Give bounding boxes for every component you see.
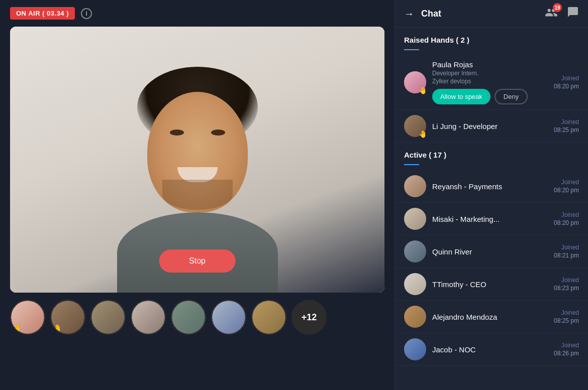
joined-label: Joined <box>554 342 579 349</box>
back-arrow-icon[interactable]: → <box>404 8 414 20</box>
join-time: 08:20 pm <box>554 219 579 226</box>
on-air-badge: ON AIR ( 03.34 ) <box>10 7 75 20</box>
participant-role2: Zylker devlops <box>432 78 548 85</box>
right-panel: → Chat 19 Raised Hands ( 2 ) 🤚 Paula Roj… <box>395 0 588 390</box>
avatar-ttimothy <box>404 273 426 295</box>
join-time: 08:23 pm <box>554 285 579 292</box>
eye-left <box>170 129 184 136</box>
participant-meta-jacob: Joined 08:26 pm <box>554 342 579 357</box>
active-divider <box>404 164 419 165</box>
participant-name: TTimothy - CEO <box>432 280 548 289</box>
participants-list: Raised Hands ( 2 ) 🤚 Paula Rojas Develop… <box>395 28 588 390</box>
joined-label: Joined <box>554 309 579 316</box>
joined-label: Joined <box>554 244 579 251</box>
participant-info-reyansh: Reyansh - Payments <box>432 182 548 191</box>
participant-item: 🤚 Li Jung - Developer Joined 08:25 pm <box>395 110 588 143</box>
participant-info-quinn: Quinn River <box>432 247 548 256</box>
participant-info-alejandro: Alejandro Mendoza <box>432 313 548 321</box>
participant-item: TTimothy - CEO Joined 08:23 pm <box>395 268 588 301</box>
chat-icon <box>567 6 579 18</box>
hand-badge-1: 🤚 <box>12 325 22 333</box>
active-header: Active ( 17 ) <box>395 143 588 162</box>
left-panel: ON AIR ( 03.34 ) i Stop <box>0 0 395 390</box>
participant-info-jacob: Jacob - NOC <box>432 345 548 354</box>
thumb-1[interactable]: 🤚 <box>10 300 45 335</box>
participant-info-misaki: Misaki - Marketing... <box>432 215 548 223</box>
participant-name: Paula Rojas <box>432 60 548 69</box>
thumb-4[interactable] <box>131 300 166 335</box>
participant-role1: Developer Intern. <box>432 70 548 77</box>
deny-button[interactable]: Deny <box>495 89 528 104</box>
joined-label: Joined <box>554 118 579 125</box>
avatar-lijung: 🤚 <box>404 115 426 137</box>
participant-meta-paula: Joined 08:20 pm <box>554 75 579 90</box>
right-header: → Chat 19 <box>395 0 588 28</box>
avatar-img <box>404 306 426 328</box>
participant-meta-alejandro: Joined 08:25 pm <box>554 309 579 324</box>
chat-bubble-icon[interactable] <box>567 6 579 21</box>
join-time: 08:26 pm <box>554 350 579 357</box>
allow-to-speak-button[interactable]: Allow to speak <box>432 89 491 104</box>
participant-name: Quinn River <box>432 247 548 256</box>
joined-label: Joined <box>554 277 579 284</box>
avatar-misaki <box>404 208 426 230</box>
join-time: 08:21 pm <box>554 252 579 259</box>
avatar-img <box>404 175 426 197</box>
participant-name: Alejandro Mendoza <box>432 313 548 321</box>
action-buttons: Allow to speak Deny <box>432 89 548 104</box>
raised-hands-divider <box>404 49 419 50</box>
thumb-7[interactable] <box>251 300 286 335</box>
raised-hands-header: Raised Hands ( 2 ) <box>395 28 588 47</box>
thumbnails-row: 🤚 🤚 +12 <box>0 293 395 342</box>
participant-meta-quinn: Joined 08:21 pm <box>554 244 579 259</box>
participant-item: Jacob - NOC Joined 08:26 pm <box>395 333 588 366</box>
join-time: 08:20 pm <box>554 83 579 90</box>
participant-meta-misaki: Joined 08:20 pm <box>554 211 579 226</box>
avatar-reyansh <box>404 175 426 197</box>
participant-meta-ttimothy: Joined 08:23 pm <box>554 277 579 292</box>
info-icon[interactable]: i <box>81 8 92 19</box>
avatar-paula: 🤚 <box>404 71 426 93</box>
more-thumbnails-badge[interactable]: +12 <box>291 300 327 335</box>
join-time: 08:20 pm <box>554 187 579 194</box>
participant-name: Misaki - Marketing... <box>432 215 548 223</box>
avatar-img <box>404 240 426 263</box>
participant-item: Quinn River Joined 08:21 pm <box>395 235 588 268</box>
chat-title: Chat <box>421 9 540 19</box>
joined-label: Joined <box>554 211 579 218</box>
participant-item: Reyansh - Payments Joined 08:20 pm <box>395 170 588 203</box>
avatar-img <box>404 273 426 295</box>
hand-indicator: 🤚 <box>419 86 427 94</box>
participant-name: Jacob - NOC <box>432 345 548 354</box>
participants-button[interactable]: 19 <box>545 6 558 21</box>
avatar-img <box>404 208 426 230</box>
participant-item: Alejandro Mendoza Joined 08:25 pm <box>395 301 588 333</box>
thumb-3[interactable] <box>90 300 126 335</box>
avatar-alejandro <box>404 306 426 328</box>
hand-badge-2: 🤚 <box>52 325 62 333</box>
avatar-quinn <box>404 240 426 263</box>
stop-button[interactable]: Stop <box>159 249 236 273</box>
video-container: Stop <box>10 27 384 293</box>
participant-item: 🤚 Paula Rojas Developer Intern. Zylker d… <box>395 55 588 110</box>
joined-label: Joined <box>554 179 579 186</box>
avatar-jacob <box>404 338 426 360</box>
thumb-5[interactable] <box>171 300 206 335</box>
participant-name: Li Jung - Developer <box>432 122 548 131</box>
participant-meta-lijung: Joined 08:25 pm <box>554 118 579 134</box>
participant-info-paula: Paula Rojas Developer Intern. Zylker dev… <box>432 60 548 104</box>
joined-label: Joined <box>554 75 579 82</box>
thumb-2[interactable]: 🤚 <box>50 300 85 335</box>
hand-indicator: 🤚 <box>419 130 427 138</box>
participant-item: Misaki - Marketing... Joined 08:20 pm <box>395 203 588 235</box>
participant-meta-reyansh: Joined 08:20 pm <box>554 179 579 194</box>
avatar-img <box>404 338 426 360</box>
top-bar: ON AIR ( 03.34 ) i <box>0 0 395 27</box>
beard-shape <box>162 180 233 210</box>
participant-name: Reyansh - Payments <box>432 182 548 191</box>
join-time: 08:25 pm <box>554 317 579 324</box>
participant-info-ttimothy: TTimothy - CEO <box>432 280 548 289</box>
eye-right <box>211 129 225 136</box>
participant-info-lijung: Li Jung - Developer <box>432 122 548 131</box>
thumb-6[interactable] <box>211 300 246 335</box>
